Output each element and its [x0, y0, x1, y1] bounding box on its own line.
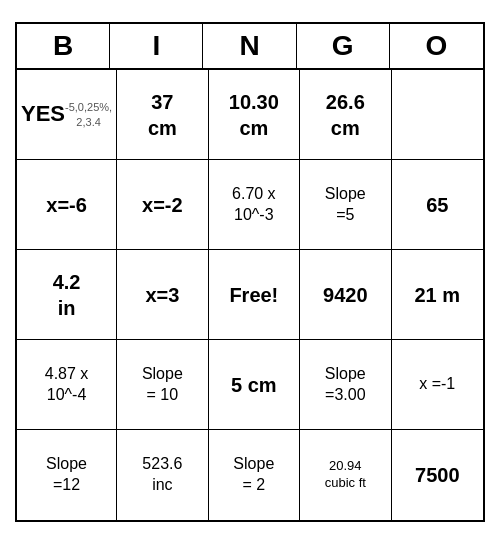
cell-b3: 4.2in	[17, 250, 117, 340]
cell-i2: x=-2	[117, 160, 208, 250]
cell-g1: 26.6cm	[300, 70, 391, 160]
cell-n5: Slope= 2	[209, 430, 300, 520]
col-n: N	[203, 24, 296, 68]
col-g: G	[297, 24, 390, 68]
cell-g4: Slope=3.00	[300, 340, 391, 430]
col-o: O	[390, 24, 483, 68]
cell-g5: 20.94cubic ft	[300, 430, 391, 520]
cell-b4: 4.87 x10^-4	[17, 340, 117, 430]
bingo-header: B I N G O	[17, 24, 483, 70]
col-b: B	[17, 24, 110, 68]
cell-g3: 9420	[300, 250, 391, 340]
cell-o5: 7500	[392, 430, 483, 520]
cell-b2: x=-6	[17, 160, 117, 250]
cell-b5: Slope=12	[17, 430, 117, 520]
cell-i5: 523.6inc	[117, 430, 208, 520]
cell-i4: Slope= 10	[117, 340, 208, 430]
cell-n4: 5 cm	[209, 340, 300, 430]
cell-n2: 6.70 x10^-3	[209, 160, 300, 250]
cell-g2: Slope=5	[300, 160, 391, 250]
cell-o1	[392, 70, 483, 160]
cell-n1: 10.30cm	[209, 70, 300, 160]
cell-i1: 37cm	[117, 70, 208, 160]
cell-o2: 65	[392, 160, 483, 250]
cell-n3-free: Free!	[209, 250, 300, 340]
cell-o3: 21 m	[392, 250, 483, 340]
bingo-grid: YES -5,0,25%,2,3.4 37cm 10.30cm 26.6cm x…	[17, 70, 483, 520]
cell-i3: x=3	[117, 250, 208, 340]
col-i: I	[110, 24, 203, 68]
cell-o4: x =-1	[392, 340, 483, 430]
bingo-card: B I N G O YES -5,0,25%,2,3.4 37cm 10.30c…	[15, 22, 485, 522]
cell-b1: YES -5,0,25%,2,3.4	[17, 70, 117, 160]
